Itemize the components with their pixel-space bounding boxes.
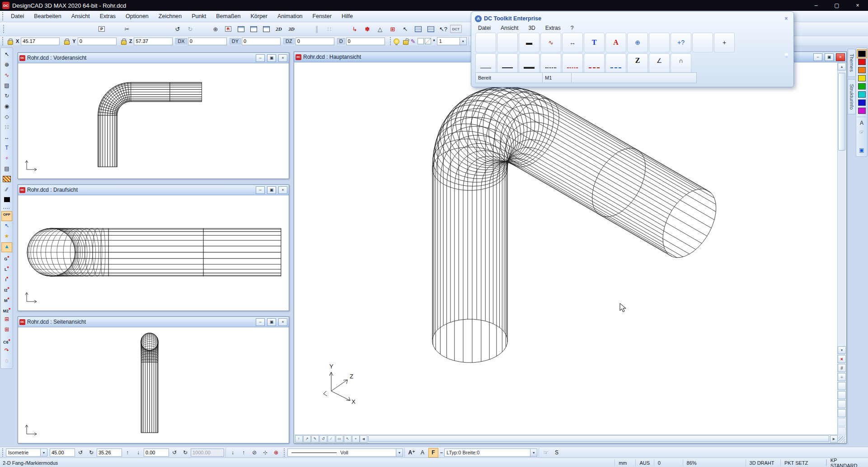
coordinate-input[interactable]	[78, 38, 117, 45]
layer-state-button[interactable]	[563, 448, 572, 458]
text-a-button[interactable]: A	[605, 33, 626, 52]
menu-item[interactable]: Extras	[95, 13, 121, 19]
main-minimize-button[interactable]: –	[813, 53, 822, 61]
cut-button[interactable]: ✂	[121, 23, 133, 35]
menubar-grip[interactable]	[1, 12, 5, 20]
plus-button[interactable]: +	[838, 373, 846, 381]
close-view-button[interactable]: ×	[838, 355, 846, 363]
toolkit-titlebar[interactable]: A DC Toolkit Enterprise ×	[471, 12, 793, 24]
front-close-button[interactable]: ×	[278, 54, 287, 62]
menu-item[interactable]: Punkt	[187, 13, 211, 19]
move-down-button[interactable]: ↓	[228, 448, 238, 458]
zoom-page-button[interactable]	[838, 382, 846, 390]
menu-item[interactable]: Bearbeiten	[29, 13, 66, 19]
viewport-button[interactable]	[475, 33, 496, 52]
color-red[interactable]	[858, 59, 866, 65]
menu-item[interactable]: Hilfe	[337, 13, 358, 19]
snap-arc-button[interactable]: ↷	[1, 346, 12, 356]
toolkit-menu-item[interactable]: Ansicht	[496, 25, 523, 31]
menu-item[interactable]: Datei	[6, 13, 29, 19]
toolbar-grip[interactable]	[2, 25, 5, 33]
color-cyan[interactable]	[858, 91, 866, 98]
delta-input[interactable]	[242, 38, 281, 45]
zoom-in-button[interactable]	[838, 400, 846, 408]
hatch-tool[interactable]	[1, 175, 12, 185]
nut-button[interactable]	[497, 33, 518, 52]
snap-off-button[interactable]: OFF	[1, 211, 12, 221]
coordbar-grip[interactable]	[1, 37, 5, 45]
coordinate-input[interactable]	[21, 38, 60, 45]
array-tool[interactable]: ∷	[1, 123, 12, 133]
chevron-down-icon[interactable]: ▼	[396, 449, 403, 456]
angle3-input[interactable]	[144, 448, 169, 457]
polygon-tool[interactable]: ◇	[1, 113, 12, 123]
polyline-button[interactable]: ∿	[540, 33, 561, 52]
nav-plus-button[interactable]: +	[352, 435, 360, 443]
pick-cursor-button[interactable]: ↖	[399, 23, 411, 35]
top-maximize-button[interactable]: ▣	[267, 186, 276, 194]
polyline-tool[interactable]: ∿	[1, 71, 12, 81]
h-scroll-thumb[interactable]	[368, 435, 829, 442]
line-dashdot-red-button[interactable]	[584, 53, 605, 73]
pan-cursor-tool[interactable]: ↖	[1, 222, 12, 231]
move-up-button[interactable]: ↑	[239, 448, 249, 458]
structure-tool[interactable]: ▤	[1, 165, 12, 175]
gravity-cursor-button[interactable]: △	[374, 23, 386, 35]
p-frame-button[interactable]: P	[96, 23, 108, 35]
arc-dim-button[interactable]: ∩	[671, 53, 691, 73]
lock-icon[interactable]	[121, 40, 127, 45]
paste-button[interactable]	[146, 23, 158, 35]
main-close-button[interactable]: ×	[836, 53, 845, 61]
snap-g-button[interactable]: G	[1, 253, 12, 263]
scroll-up-icon[interactable]: ▲	[838, 63, 846, 71]
rotate-tool[interactable]: ↻	[1, 92, 12, 102]
grid-toggle-button[interactable]: #	[838, 364, 846, 372]
main-horizontal-scrollbar[interactable]: ↑ ↗ ✎ ↺ ∕	[295, 434, 838, 443]
point-tool[interactable]: +	[1, 154, 12, 164]
scroll-left-icon[interactable]: ◀	[360, 435, 367, 443]
menu-item[interactable]: Optionen	[121, 13, 154, 19]
tab-themes[interactable]: Themes	[848, 49, 856, 77]
bottombar-grip2[interactable]	[283, 448, 286, 457]
line-thick-button[interactable]	[519, 53, 540, 73]
layer-up-button[interactable]: ▣	[857, 146, 866, 154]
line-dotted-red-button[interactable]	[562, 53, 583, 73]
top-minimize-button[interactable]: –	[256, 186, 265, 194]
text-panel-button[interactable]	[425, 23, 436, 35]
solid-box-tool[interactable]: ▧	[1, 81, 12, 91]
main-view-canvas[interactable]: Y X Z	[295, 62, 838, 435]
snap-m-button[interactable]: M	[1, 294, 12, 304]
mode-2d-button[interactable]: 2D	[273, 23, 285, 35]
snap-c6-button[interactable]: C6	[1, 336, 12, 346]
print-preview-button[interactable]	[83, 23, 95, 35]
open-lock-icon[interactable]	[403, 40, 408, 45]
redo-button[interactable]: ↻	[184, 23, 196, 35]
z-order-button[interactable]: Z	[627, 53, 648, 73]
center-red-button[interactable]: ⊕	[271, 448, 281, 458]
select-tool[interactable]: ↖	[1, 50, 12, 60]
side-view-titlebar[interactable]: DC Rohr.dcd : Seitenansicht – ▣ ×	[18, 317, 289, 327]
segments-tool[interactable]: ∕∕	[1, 185, 12, 195]
sep5[interactable]	[298, 23, 310, 35]
snap-m2-button[interactable]: M2	[1, 305, 12, 315]
print-button[interactable]	[58, 23, 70, 35]
nav-slash-button[interactable]: ∕	[328, 435, 335, 443]
view-roll-left-button[interactable]: ↺	[169, 448, 179, 458]
nav-select-button[interactable]: ↖	[344, 435, 352, 443]
hand-pointer-button[interactable]: ☞	[857, 128, 866, 136]
view-mode-select[interactable]: Isometrie ▼	[6, 448, 47, 457]
color-yellow[interactable]	[858, 75, 866, 81]
group-gap[interactable]	[3, 206, 11, 211]
menu-item[interactable]: Fenster	[308, 13, 337, 19]
print-setup-button[interactable]	[70, 23, 82, 35]
chevron-down-icon[interactable]: ▼	[530, 449, 537, 456]
thick-line-button[interactable]: ▬	[519, 33, 540, 52]
origin-button[interactable]: ⊕	[210, 23, 221, 35]
single-window-button[interactable]	[260, 23, 272, 35]
text-size-button[interactable]: A	[418, 448, 427, 458]
nav-ne-button[interactable]: ↗	[303, 435, 311, 443]
snap-l-button[interactable]: L	[1, 263, 12, 273]
sep2[interactable]	[108, 23, 120, 35]
nav-edit-button[interactable]: ✎	[311, 435, 319, 443]
view-rotate-left-button[interactable]: ↺	[75, 448, 85, 458]
